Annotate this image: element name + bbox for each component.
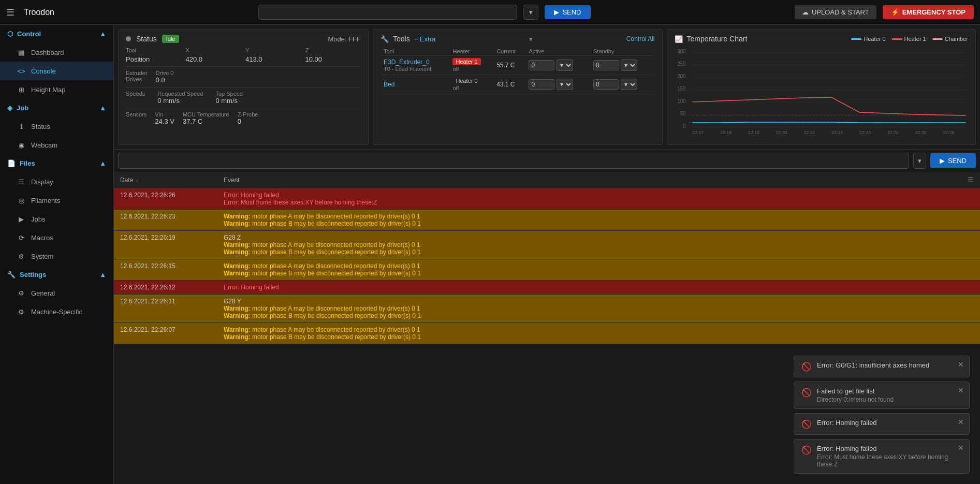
active-input-0[interactable] — [529, 60, 554, 70]
status-icon: ℹ — [17, 122, 26, 131]
sidebar-item-system[interactable]: ⚙ System — [0, 247, 113, 266]
y-value: 413.0 — [245, 55, 301, 63]
upload-start-button[interactable]: ☁ UPLOAD & START — [795, 5, 876, 19]
sidebar-section-files[interactable]: 📄 Files ▲ — [0, 154, 113, 172]
notif-title: Error: G0/G1: insufficient axes homed — [817, 361, 962, 369]
general-icon: ⚙ — [17, 288, 26, 298]
notif-error-icon: 🚫 — [801, 362, 812, 372]
tool-name-link[interactable]: E3D_Extruder_0 — [384, 58, 446, 66]
tool-label: Tool — [126, 47, 181, 53]
log-warning-text: Warning: motor phase A may be disconnect… — [224, 305, 974, 312]
search-dropdown-btn[interactable]: ▾ — [523, 5, 538, 20]
tool-name-link[interactable]: Bed — [384, 81, 446, 88]
webcam-icon: ◉ — [17, 140, 26, 150]
speeds-label: Speeds — [126, 91, 145, 97]
log-event: Warning: motor phase A may be disconnect… — [224, 326, 974, 341]
sidebar-item-console[interactable]: <> Console — [0, 62, 113, 80]
sidebar-item-dashboard[interactable]: ▦ Dashboard — [0, 43, 113, 62]
tools-table-header: Tool Heater Current Active Standby — [381, 47, 655, 56]
notif-close-btn[interactable]: ✕ — [958, 386, 964, 394]
log-col-date[interactable]: Date ↓ — [120, 177, 224, 184]
menu-icon[interactable]: ☰ — [6, 7, 14, 18]
standby-select-1[interactable]: ▾ — [621, 79, 637, 90]
log-error-text: Error: Must home these axes:XY before ho… — [224, 199, 974, 206]
log-date: 12.6.2021, 22:26:11 — [120, 298, 224, 319]
active-select-1[interactable]: ▾ — [557, 79, 573, 90]
log-warning-text: Warning: motor phase A may be disconnect… — [224, 241, 974, 248]
log-warning-text: Warning: motor phase A may be disconnect… — [224, 213, 974, 220]
notification-0: 🚫 Error: G0/G1: insufficient axes homed … — [794, 356, 970, 377]
sidebar-item-display[interactable]: ☰ Display — [0, 172, 113, 191]
sidebar-item-status[interactable]: ℹ Status — [0, 117, 113, 136]
log-date: 12.6.2021, 22:26:15 — [120, 262, 224, 277]
files-section-chevron: ▲ — [99, 159, 106, 167]
send-button[interactable]: ▶ SEND — [545, 5, 590, 19]
sidebar-item-general[interactable]: ⚙ General — [0, 284, 113, 302]
vin-value: 24.3 V — [155, 118, 174, 125]
log-event: Warning: motor phase A may be disconnect… — [224, 213, 974, 227]
vin-label: Vin — [155, 111, 174, 118]
search-input[interactable] — [258, 5, 517, 20]
standby-select-0[interactable]: ▾ — [621, 60, 637, 71]
notif-close-btn[interactable]: ✕ — [958, 444, 964, 452]
control-all-btn[interactable]: Control All — [626, 35, 655, 42]
active-input-1[interactable] — [529, 79, 554, 90]
active-select-0[interactable]: ▾ — [557, 60, 573, 71]
temp-chart-svg: 300 250 200 150 100 50 0 — [675, 46, 968, 139]
svg-text:22:17: 22:17 — [692, 130, 704, 135]
chart-area: 300 250 200 150 100 50 0 — [675, 46, 968, 139]
sidebar-item-height-map[interactable]: ⊞ Height Map — [0, 80, 113, 99]
sidebar-item-webcam[interactable]: ◉ Webcam — [0, 136, 113, 154]
log-date: 12.6.2021, 22:26:07 — [120, 326, 224, 341]
log-row-2: 12.6.2021, 22:26:19 G28 ZWarning: motor … — [114, 231, 980, 259]
topbar: ☰ Troodon ▾ ▶ SEND ☁ UPLOAD & START ⚡ EM… — [0, 0, 980, 25]
sidebar-item-filaments[interactable]: ◎ Filaments — [0, 191, 113, 210]
dashboard-icon: ▦ — [17, 48, 26, 57]
sidebar-section-control[interactable]: ⬡ Control ▲ — [0, 25, 113, 43]
jobs-icon: ▶ — [17, 214, 26, 224]
log-settings-icon[interactable]: ☰ — [968, 176, 974, 184]
extruder-label: Extruder — [126, 70, 148, 76]
sidebar-section-settings[interactable]: 🔧 Settings ▲ — [0, 266, 113, 284]
notif-title: Error: Homing failed — [817, 419, 962, 427]
svg-text:22:24: 22:24 — [887, 130, 898, 135]
console-dropdown-btn[interactable]: ▾ — [913, 153, 926, 169]
status-panel: Status Idle Mode: FFF Tool X Y Z — [118, 29, 369, 145]
console-send-icon: ▶ — [940, 157, 945, 165]
notif-close-btn[interactable]: ✕ — [958, 360, 964, 369]
log-event: Error: Homing failed — [224, 284, 974, 291]
log-event: Error: Homing failedError: Must home the… — [224, 192, 974, 206]
sidebar-section-job-label: Job — [17, 104, 28, 112]
z-probe-value: 0 — [238, 118, 258, 125]
notification-1: 🚫 Failed to get file list Directory 0:/m… — [794, 382, 970, 409]
console-send-btn[interactable]: ▶ SEND — [930, 153, 976, 168]
sidebar-item-jobs[interactable]: ▶ Jobs — [0, 210, 113, 228]
console-input[interactable] — [118, 153, 909, 169]
standby-input-0[interactable] — [593, 60, 619, 70]
job-section-icon: ◈ — [7, 104, 12, 112]
x-value: 420.0 — [185, 55, 241, 63]
tools-extra-btn[interactable]: + Extra — [414, 35, 436, 43]
sidebar-item-machine-specific[interactable]: ⚙ Machine-Specific — [0, 302, 113, 321]
tool-sub[interactable]: T0 - Load Filament — [384, 66, 446, 72]
svg-text:100: 100 — [677, 98, 686, 104]
standby-input-1[interactable] — [593, 79, 619, 90]
filaments-icon: ◎ — [17, 196, 26, 205]
svg-text:22:20: 22:20 — [776, 130, 787, 135]
log-error-text: Error: Homing failed — [224, 192, 974, 199]
job-section-chevron: ▲ — [99, 104, 106, 112]
col-tool: Tool — [381, 47, 449, 56]
emergency-stop-button[interactable]: ⚡ EMERGENCY STOP — [883, 5, 974, 19]
temp-chart-panel: 📈 Temperature Chart Heater 0 Heater 1 — [667, 29, 976, 145]
sidebar-section-settings-label: Settings — [20, 271, 46, 278]
tools-title: Tools — [393, 35, 410, 43]
svg-text:50: 50 — [680, 111, 685, 116]
log-normal-text: G28 Y — [224, 298, 974, 305]
notif-close-btn[interactable]: ✕ — [958, 418, 964, 426]
tools-wrench-icon: 🔧 — [381, 35, 389, 43]
sidebar-section-job[interactable]: ◈ Job ▲ — [0, 99, 113, 117]
sort-icon: ↓ — [135, 177, 138, 184]
sidebar-item-macros[interactable]: ⟳ Macros — [0, 228, 113, 247]
sidebar-section-control-label: Control — [17, 30, 41, 38]
tool-row-1: Bed Heater 0 off 43.1 C ▾ ▾ — [381, 75, 655, 94]
